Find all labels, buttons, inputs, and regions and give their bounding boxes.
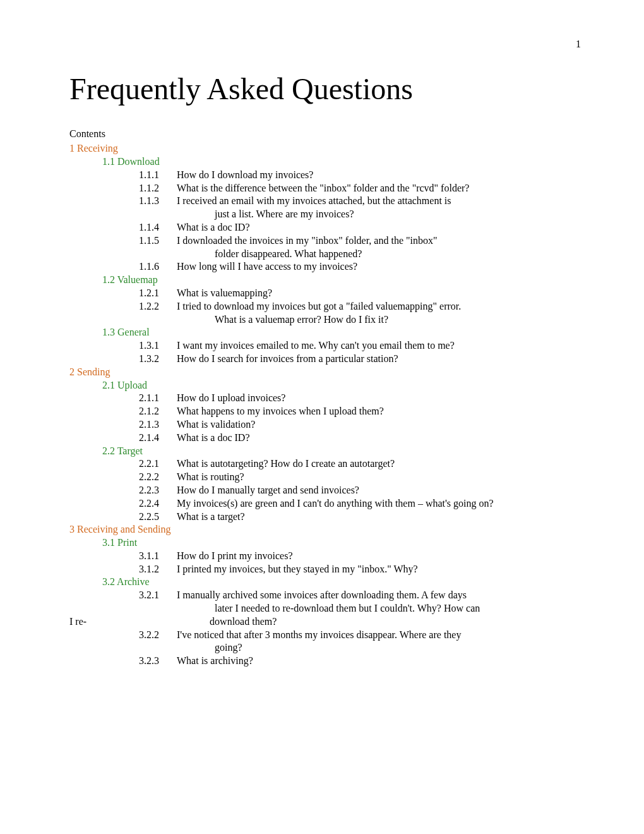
toc-item-number: 3.2.1	[139, 589, 177, 602]
toc-item-text: How do I download my invoices?	[177, 169, 581, 182]
toc-item[interactable]: 2.2.1What is autotargeting? How do I cre…	[139, 457, 581, 471]
toc-item[interactable]: 2.2.4My invoices(s) are green and I can'…	[139, 497, 581, 511]
toc-item-text: What is valuemapping?	[177, 287, 581, 300]
contents-heading: Contents	[69, 128, 581, 141]
toc-item-text: What is routing?	[177, 471, 581, 484]
toc-item-number: 2.1.3	[139, 418, 177, 432]
toc-item-text: My invoices(s) are green and I can't do …	[177, 497, 581, 511]
toc-item-text: I tried to download my invoices but got …	[177, 300, 581, 313]
toc-item-continuation: folder disappeared. What happened?	[196, 248, 581, 261]
toc-item-number: 3.2.3	[139, 655, 177, 668]
page-number: 1	[576, 38, 581, 51]
toc-item-number: 3.1.2	[139, 563, 177, 576]
toc-item-number: 3.1.1	[139, 550, 177, 563]
toc-item[interactable]: 1.1.2What is the difference between the …	[139, 182, 581, 195]
toc-item[interactable]: 1.3.2How do I search for invoices from a…	[139, 353, 581, 366]
toc-item-number: 1.1.1	[139, 169, 177, 182]
toc-item[interactable]: 2.1.2What happens to my invoices when I …	[139, 405, 581, 418]
toc-item-continuation: download them?	[86, 615, 277, 629]
toc-item-wrapped-line: I re- download them?	[69, 615, 581, 629]
toc-item[interactable]: 1.1.4What is a doc ID?	[139, 221, 581, 234]
toc-subsection-print[interactable]: 3.1 Print	[102, 536, 581, 550]
toc-item-number: 2.2.4	[139, 497, 177, 511]
toc-item-text: What is a target?	[177, 511, 581, 524]
toc-subsection-valuemap[interactable]: 1.2 Valuemap	[102, 274, 581, 287]
toc-item-text: What happens to my invoices when I uploa…	[177, 405, 581, 418]
toc-item-text: I manually archived some invoices after …	[177, 589, 581, 602]
toc-item-text: What is a doc ID?	[177, 432, 581, 445]
toc-item[interactable]: 1.3.1I want my invoices emailed to me. W…	[139, 339, 581, 353]
toc-item-number: 2.2.2	[139, 471, 177, 484]
toc-item-number: 1.3.2	[139, 353, 177, 366]
toc-item-number: 1.1.5	[139, 234, 177, 248]
toc-item-orphan-text: I re-	[69, 615, 86, 629]
toc-item-number: 2.2.3	[139, 484, 177, 497]
toc-item-number: 1.1.6	[139, 260, 177, 274]
toc-item-text: How do I manually target and send invoic…	[177, 484, 581, 497]
toc-item-number: 2.1.4	[139, 432, 177, 445]
toc-item-text: I printed my invoices, but they stayed i…	[177, 563, 581, 576]
toc-item-number: 1.1.3	[139, 195, 177, 208]
toc-item-number: 1.1.4	[139, 221, 177, 234]
toc-item-text: How do I print my invoices?	[177, 550, 581, 563]
toc-item-number: 1.1.2	[139, 182, 177, 195]
toc-item-number: 1.2.1	[139, 287, 177, 300]
toc-item-text: What is validation?	[177, 418, 581, 432]
toc-item[interactable]: 2.2.5What is a target?	[139, 511, 581, 524]
page-title: Frequently Asked Questions	[69, 70, 581, 109]
toc-item[interactable]: 1.2.2I tried to download my invoices but…	[139, 300, 581, 313]
toc-item-continuation: later I needed to re-download them but I…	[196, 602, 581, 615]
toc-subsection-general[interactable]: 1.3 General	[102, 326, 581, 339]
toc-item-number: 3.2.2	[139, 629, 177, 642]
toc-item-text: I want my invoices emailed to me. Why ca…	[177, 339, 581, 353]
toc-item[interactable]: 3.2.1I manually archived some invoices a…	[139, 589, 581, 602]
toc-item-text: I've noticed that after 3 months my invo…	[177, 629, 581, 642]
toc-item-text: How do I upload invoices?	[177, 392, 581, 405]
toc-item-text: What is autotargeting? How do I create a…	[177, 457, 581, 471]
toc-item-continuation: just a list. Where are my invoices?	[196, 208, 581, 221]
toc-subsection-download[interactable]: 1.1 Download	[102, 155, 581, 169]
toc-item-number: 2.2.1	[139, 457, 177, 471]
toc-subsection-target[interactable]: 2.2 Target	[102, 445, 581, 458]
toc-item-text: I received an email with my invoices att…	[177, 195, 581, 208]
toc-item[interactable]: 3.2.3What is archiving?	[139, 655, 581, 668]
toc-item-text: I downloaded the invoices in my "inbox" …	[177, 234, 581, 248]
toc-item-text: What is archiving?	[177, 655, 581, 668]
toc-section-receiving-sending[interactable]: 3 Receiving and Sending	[69, 523, 581, 536]
toc-item[interactable]: 2.1.1How do I upload invoices?	[139, 392, 581, 405]
toc-item[interactable]: 3.1.2I printed my invoices, but they sta…	[139, 563, 581, 576]
toc-item-number: 1.3.1	[139, 339, 177, 353]
toc-item[interactable]: 3.2.2I've noticed that after 3 months my…	[139, 629, 581, 642]
toc-item[interactable]: 1.1.3I received an email with my invoice…	[139, 195, 581, 208]
toc-section-sending[interactable]: 2 Sending	[69, 366, 581, 379]
toc-item[interactable]: 1.1.1How do I download my invoices?	[139, 169, 581, 182]
toc-item[interactable]: 3.1.1How do I print my invoices?	[139, 550, 581, 563]
toc-item-number: 1.2.2	[139, 300, 177, 313]
toc-item[interactable]: 1.1.5I downloaded the invoices in my "in…	[139, 234, 581, 248]
toc-item-text: What is the difference between the "inbo…	[177, 182, 581, 195]
toc-item[interactable]: 2.1.4What is a doc ID?	[139, 432, 581, 445]
toc-item-number: 2.1.2	[139, 405, 177, 418]
toc-item[interactable]: 2.2.2What is routing?	[139, 471, 581, 484]
toc-item-number: 2.1.1	[139, 392, 177, 405]
toc-section-receiving[interactable]: 1 Receiving	[69, 142, 581, 155]
toc-item-text: What is a doc ID?	[177, 221, 581, 234]
toc-item-continuation: going?	[196, 641, 581, 655]
toc-item[interactable]: 1.1.6How long will I have access to my i…	[139, 260, 581, 274]
toc-subsection-archive[interactable]: 3.2 Archive	[102, 576, 581, 589]
toc-subsection-upload[interactable]: 2.1 Upload	[102, 379, 581, 392]
toc-item[interactable]: 2.2.3How do I manually target and send i…	[139, 484, 581, 497]
toc-item-text: How long will I have access to my invoic…	[177, 260, 581, 274]
toc-item-continuation: What is a valuemap error? How do I fix i…	[196, 313, 581, 327]
toc-item-text: How do I search for invoices from a part…	[177, 353, 581, 366]
toc-item-number: 2.2.5	[139, 511, 177, 524]
toc-item[interactable]: 2.1.3What is validation?	[139, 418, 581, 432]
toc-item[interactable]: 1.2.1What is valuemapping?	[139, 287, 581, 300]
